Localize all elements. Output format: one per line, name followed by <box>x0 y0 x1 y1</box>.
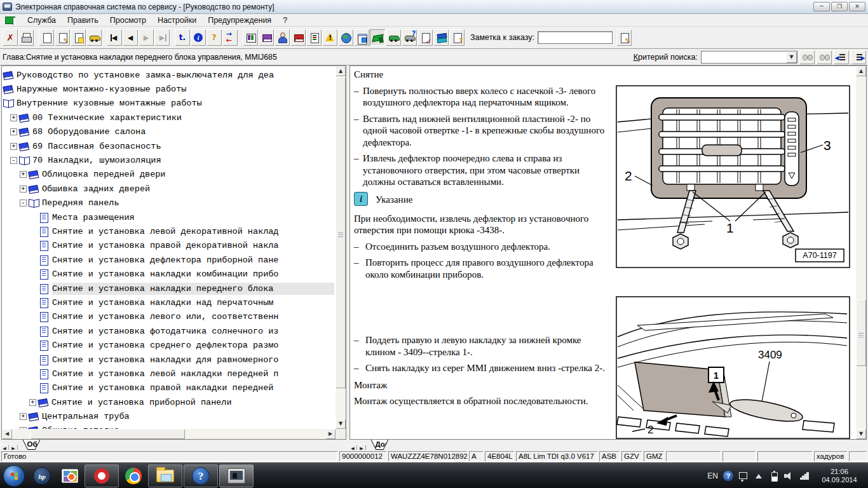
tree-hscroll-thumb[interactable] <box>31 429 185 439</box>
window-icon[interactable] <box>738 471 749 481</box>
order-note-button[interactable] <box>71 29 86 46</box>
tree-item[interactable]: Руководство по установке замка-выключате… <box>2 68 334 82</box>
order-note-input[interactable] <box>538 31 613 44</box>
elsa-taskbar-button[interactable] <box>219 464 254 487</box>
tree-scroll-up-icon[interactable]: ▲ <box>336 66 346 76</box>
menu-item-6[interactable]: ? <box>277 15 293 26</box>
menu-item-5[interactable]: Предупреждения <box>202 15 277 26</box>
new-document-button[interactable] <box>39 29 54 46</box>
explorer-taskbar-button[interactable] <box>148 464 182 487</box>
doc-vscroll-thumb[interactable] <box>856 299 866 366</box>
warnings-button[interactable] <box>322 29 337 46</box>
doc-help-button[interactable] <box>449 29 465 46</box>
tree-item[interactable]: Снятие и установка накладки над перчаточ… <box>2 295 334 309</box>
chrome-taskbar-button[interactable] <box>119 464 147 487</box>
vehicle-info-button[interactable]: ? <box>402 29 417 46</box>
tree-scroll-down-icon[interactable]: ▼ <box>336 419 346 429</box>
minimize-button[interactable]: ─ <box>813 2 830 11</box>
tree-item[interactable]: -Передняя панель <box>2 196 334 210</box>
language-indicator[interactable]: EN <box>707 471 718 481</box>
tab-document[interactable]: Документ <box>370 440 388 450</box>
tree-item[interactable]: Снятие и установка фотодатчика солнечног… <box>2 324 334 338</box>
expand-toggle-icon[interactable]: + <box>10 114 17 121</box>
doc-scroll-down-icon[interactable]: ▼ <box>856 429 866 439</box>
tree-item[interactable]: +Обшивка задних дверей <box>2 182 334 196</box>
tree-item[interactable]: Снятие и установка накладки переднего бл… <box>2 281 334 295</box>
jump-forward-button[interactable] <box>851 50 866 64</box>
expand-toggle-icon[interactable]: + <box>10 128 17 135</box>
photo-viewer-taskbar-button[interactable] <box>56 464 84 487</box>
combo-dropdown-icon[interactable]: ▼ <box>786 51 797 63</box>
nav-prev-button[interactable]: ◀ <box>123 29 138 46</box>
search-criteria-input[interactable] <box>702 51 786 63</box>
tree-item[interactable]: Внутренние кузовные монтажные работы <box>2 97 334 111</box>
expand-toggle-icon[interactable]: + <box>20 171 27 178</box>
protocol-button[interactable] <box>417 29 433 46</box>
tree-item[interactable]: +00 Технические характеристики <box>2 111 334 125</box>
tree-item[interactable]: +Облицовка передней двери <box>2 168 334 182</box>
tree-item[interactable]: Снятие и установка правой накладки перед… <box>2 381 334 395</box>
history-button[interactable]: t. <box>175 29 190 46</box>
catalog-book-button[interactable] <box>259 29 274 46</box>
expand-toggle-icon[interactable]: + <box>20 186 27 193</box>
tree-item[interactable]: Снятие и установка среднего дефлектора р… <box>2 338 334 352</box>
search-criteria-combo[interactable]: ▼ <box>701 51 797 64</box>
tree-item[interactable]: +69 Пассивная безопасность <box>2 139 334 153</box>
clock[interactable]: 21:06 04.09.2014 <box>815 468 864 484</box>
repair-manual-button[interactable] <box>370 29 385 46</box>
menu-item-4[interactable]: Настройки <box>152 15 202 26</box>
wiring-book-button[interactable] <box>290 29 306 46</box>
customer-button[interactable] <box>275 29 290 46</box>
network-icon[interactable] <box>799 471 810 481</box>
edit-document-button[interactable] <box>55 29 70 46</box>
switch-view-button[interactable] <box>222 29 238 46</box>
tree-vscroll-thumb[interactable] <box>336 77 346 388</box>
nav-first-button[interactable]: ◀ <box>107 29 122 46</box>
menu-item-1[interactable]: Служба <box>22 15 62 26</box>
print-button[interactable] <box>18 29 34 46</box>
manuals-button[interactable] <box>433 29 449 46</box>
jump-back-button[interactable] <box>834 50 849 64</box>
exit-button[interactable]: ✗ <box>3 29 18 46</box>
expand-toggle-icon[interactable]: - <box>10 157 17 164</box>
tree-item[interactable]: +Центральная труба <box>2 409 334 423</box>
service-window-button[interactable] <box>243 29 258 46</box>
tree-item[interactable]: +Обшивка потолка <box>2 424 334 429</box>
hp-taskbar-button[interactable]: hp <box>28 464 56 487</box>
tab-overview[interactable]: Обзор <box>22 440 40 450</box>
close-button[interactable]: ✕ <box>849 2 865 11</box>
vehicle-data-button[interactable] <box>86 29 102 46</box>
system-menu-book-icon[interactable] <box>5 17 15 24</box>
start-taskbar-button[interactable] <box>0 464 28 487</box>
battery-icon[interactable] <box>769 471 779 481</box>
doc-scroll-up-icon[interactable]: ▲ <box>856 66 866 76</box>
online-button[interactable] <box>338 29 353 46</box>
tree-item[interactable]: Снятие и установка левой накладки передн… <box>2 367 334 381</box>
hidden-icon[interactable] <box>754 471 764 481</box>
tree-scroll-right-icon[interactable]: ▶ <box>325 429 336 439</box>
maximize-button[interactable]: ❐ <box>831 2 848 11</box>
window-layout-button[interactable] <box>354 29 369 46</box>
worklist-button[interactable] <box>306 29 322 46</box>
tree-item[interactable]: +68 Оборудование салона <box>2 125 334 139</box>
tree-scroll-left-icon[interactable]: ◀ <box>2 429 12 439</box>
volume-icon[interactable] <box>784 471 794 481</box>
info-button[interactable]: i <box>191 29 206 46</box>
tree-item[interactable]: Снятие и установка левой декоративной на… <box>2 224 334 238</box>
tree-item[interactable]: Снятие и установка накладки комбинации п… <box>2 267 334 281</box>
expand-toggle-icon[interactable]: + <box>20 413 27 420</box>
tree-item[interactable]: Снятие и установка левого или, соответст… <box>2 310 334 324</box>
tree-item[interactable]: Наружные монтажно-кузовные работы <box>2 82 334 96</box>
expand-toggle-icon[interactable]: + <box>29 399 36 406</box>
tree-item[interactable]: Снятие и установка правой декоративной н… <box>2 239 334 253</box>
order-note-edit-button[interactable] <box>616 29 632 46</box>
tree-item[interactable]: -70 Накладки, шумоизоляция <box>2 153 334 167</box>
tree-item[interactable]: Снятие и установка накладки для равномер… <box>2 353 334 367</box>
tree-item[interactable]: Места размещения <box>2 210 334 224</box>
menu-item-2[interactable]: Править <box>62 15 104 26</box>
help-tray-icon[interactable]: ? <box>723 471 733 481</box>
vehicle-search-button[interactable] <box>386 29 401 46</box>
tree-item[interactable]: +Снятие и установка приборной панели <box>2 395 334 409</box>
tree-item[interactable]: Снятие и установка дефлектора приборной … <box>2 253 334 267</box>
opera-taskbar-button[interactable] <box>85 464 119 487</box>
